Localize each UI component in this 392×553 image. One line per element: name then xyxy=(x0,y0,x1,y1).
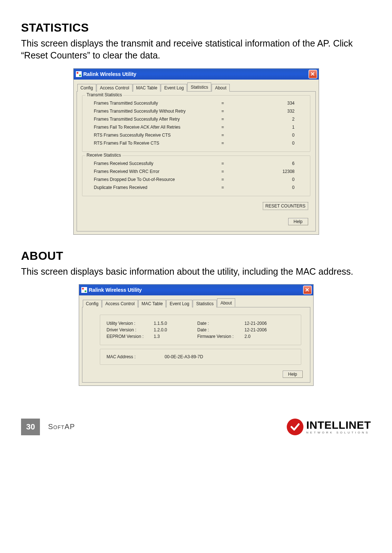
stat-row: Frames Received Successfully=6 xyxy=(87,160,305,167)
mac-address-label: MAC Address : xyxy=(107,354,165,359)
window-title: Ralink Wireless Utility xyxy=(89,287,142,293)
tab-access-control[interactable]: Access Control xyxy=(102,300,138,307)
tab-strip: Config Access Control MAC Table Event Lo… xyxy=(74,80,319,91)
help-button[interactable]: Help xyxy=(283,371,303,378)
tab-event-log[interactable]: Event Log xyxy=(166,300,192,307)
stat-row: Frames Dropped Due To Out-of-Resource=0 xyxy=(87,175,305,183)
tab-config[interactable]: Config xyxy=(83,300,102,307)
about-tab-body: Utility Version :1.1.5.0Date :12-21-2006… xyxy=(82,307,310,383)
stat-row: Frames Transmitted Successfully After Re… xyxy=(87,115,305,123)
brand-check-icon xyxy=(287,419,303,435)
stat-row: Duplicate Frames Received=0 xyxy=(87,183,305,191)
about-info-box: Utility Version :1.1.5.0Date :12-21-2006… xyxy=(100,315,301,345)
titlebar: Ralink Wireless Utility ✕ xyxy=(79,284,313,295)
tab-about[interactable]: About xyxy=(212,84,229,92)
tab-statistics[interactable]: Statistics xyxy=(187,82,211,91)
brand-subtitle: NETWORK SOLUTIONS xyxy=(306,431,371,434)
tab-mac-table[interactable]: MAC Table xyxy=(133,84,160,92)
tab-access-control[interactable]: Access Control xyxy=(97,84,132,92)
window-title: Ralink Wireless Utility xyxy=(83,71,136,77)
about-row: EEPROM Version :1.3Firmware Version :2.0 xyxy=(107,333,294,340)
stat-row: Frames Transmitted Successfully=334 xyxy=(87,99,305,107)
about-mac-box: MAC Address : 00-0E-2E-A3-89-7D xyxy=(100,349,301,365)
titlebar: Ralink Wireless Utility ✕ xyxy=(74,69,319,80)
tab-config[interactable]: Config xyxy=(77,84,97,92)
help-button[interactable]: Help xyxy=(288,218,308,225)
statistics-description: This screen displays the transmit and re… xyxy=(21,37,371,62)
stat-row: Frames Received With CRC Error=12308 xyxy=(87,167,305,175)
receive-fieldset: Receive Statistics Frames Received Succe… xyxy=(82,156,310,196)
tab-statistics[interactable]: Statistics xyxy=(193,300,217,307)
about-row: Utility Version :1.1.5.0Date :12-21-2006 xyxy=(107,320,294,327)
statistics-heading: STATISTICS xyxy=(21,21,371,35)
brand-logo: INTELLINET NETWORK SOLUTIONS xyxy=(287,419,371,435)
tab-mac-table[interactable]: MAC Table xyxy=(138,300,166,307)
tab-event-log[interactable]: Event Log xyxy=(161,84,187,92)
page-number: 30 xyxy=(21,419,40,435)
about-description: This screen displays basic information a… xyxy=(21,266,371,278)
app-icon xyxy=(76,71,82,77)
close-button[interactable]: ✕ xyxy=(303,286,312,294)
brand-name: INTELLINET xyxy=(306,420,371,431)
about-heading: ABOUT xyxy=(21,249,371,263)
about-window: Ralink Wireless Utility ✕ Config Access … xyxy=(79,284,314,386)
mac-address-value: 00-0E-2E-A3-89-7D xyxy=(165,354,294,359)
stat-row: RTS Frames Fail To Receive CTS=0 xyxy=(87,139,305,147)
reset-counters-button[interactable]: RESET COUNTERS xyxy=(263,202,308,210)
statistics-tab-body: Transmit Statistics Frames Transmitted S… xyxy=(77,91,316,231)
tab-strip: Config Access Control MAC Table Event Lo… xyxy=(79,295,313,307)
close-button[interactable]: ✕ xyxy=(309,70,317,78)
transmit-fieldset: Transmit Statistics Frames Transmitted S… xyxy=(82,95,310,152)
stat-row: RTS Frames Successfully Receive CTS=0 xyxy=(87,131,305,139)
stat-row: Frames Transmitted Successfully Without … xyxy=(87,107,305,115)
app-icon xyxy=(81,287,87,293)
transmit-legend: Transmit Statistics xyxy=(85,92,124,97)
page-footer: 30 SoftAP INTELLINET NETWORK SOLUTIONS xyxy=(0,408,392,443)
receive-legend: Receive Statistics xyxy=(85,153,123,158)
statistics-window: Ralink Wireless Utility ✕ Config Access … xyxy=(73,68,319,235)
footer-section-name: SoftAP xyxy=(48,423,75,431)
tab-about[interactable]: About xyxy=(217,298,235,307)
about-row: Driver Version :1.2.0.0Date :12-21-2006 xyxy=(107,327,294,333)
stat-row: Frames Fail To Receive ACK After All Ret… xyxy=(87,123,305,131)
